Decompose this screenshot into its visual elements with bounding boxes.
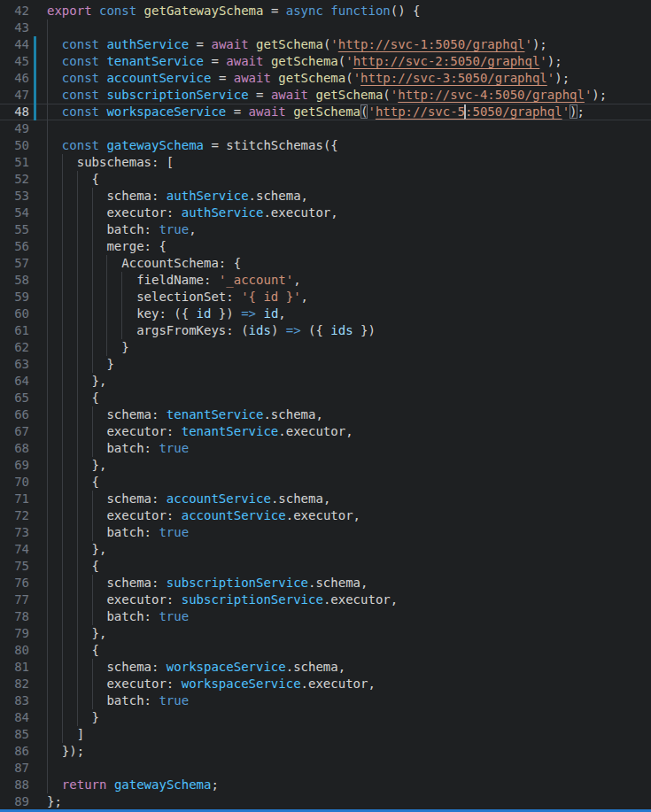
code-line[interactable]: 79 },: [0, 625, 651, 642]
line-number[interactable]: 86: [0, 743, 29, 760]
line-number[interactable]: 69: [0, 457, 29, 474]
code-line[interactable]: 52 {: [0, 171, 651, 188]
code-line[interactable]: 87: [0, 760, 651, 777]
line-number[interactable]: 74: [0, 541, 29, 558]
line-number[interactable]: 71: [0, 491, 29, 507]
line-number[interactable]: 65: [0, 390, 29, 406]
line-number[interactable]: 47: [0, 87, 29, 104]
code-line[interactable]: 70 {: [0, 474, 651, 491]
code-line[interactable]: 61 argsFromKeys: (ids) => ({ ids }): [0, 322, 651, 339]
code-line[interactable]: 77 executor: subscriptionService.executo…: [0, 592, 651, 608]
line-number[interactable]: 43: [0, 19, 29, 36]
line-number[interactable]: 66: [0, 406, 29, 423]
line-number[interactable]: 61: [0, 322, 29, 339]
line-number[interactable]: 54: [0, 205, 29, 221]
code-line[interactable]: 44 const authService = await getSchema('…: [0, 36, 651, 53]
code-line[interactable]: 50 const gatewaySchema = stitchSchemas({: [0, 137, 651, 154]
code-line[interactable]: 57 AccountSchema: {: [0, 255, 651, 272]
line-number[interactable]: 52: [0, 171, 29, 188]
code-line[interactable]: 74 },: [0, 541, 651, 558]
code-line[interactable]: 78 batch: true: [0, 608, 651, 625]
code-line[interactable]: 81 schema: workspaceService.schema,: [0, 659, 651, 676]
code-line[interactable]: 84 }: [0, 709, 651, 726]
code-line[interactable]: 69 },: [0, 457, 651, 474]
line-number[interactable]: 46: [0, 70, 29, 87]
code-line[interactable]: 54 executor: authService.executor,: [0, 205, 651, 221]
line-number[interactable]: 72: [0, 507, 29, 524]
code-line[interactable]: 86 });: [0, 743, 651, 760]
code-line[interactable]: 65 {: [0, 390, 651, 406]
line-number[interactable]: 84: [0, 709, 29, 726]
code-line[interactable]: 58 fieldName: '_account',: [0, 272, 651, 289]
code-line[interactable]: 51 subschemas: [: [0, 154, 651, 171]
code-line[interactable]: 75 {: [0, 558, 651, 575]
line-number[interactable]: 68: [0, 440, 29, 457]
line-number[interactable]: 48: [0, 104, 29, 120]
line-number[interactable]: 79: [0, 625, 29, 642]
line-number[interactable]: 80: [0, 642, 29, 659]
line-number[interactable]: 77: [0, 592, 29, 608]
code-line[interactable]: 88 return gatewaySchema;: [0, 777, 651, 793]
line-number[interactable]: 85: [0, 726, 29, 743]
line-number[interactable]: 87: [0, 760, 29, 777]
line-number[interactable]: 58: [0, 272, 29, 289]
line-number[interactable]: 67: [0, 423, 29, 440]
code-line[interactable]: 73 batch: true: [0, 524, 651, 541]
indent-guide: [77, 238, 78, 255]
code-line[interactable]: 46 const accountService = await getSchem…: [0, 70, 651, 87]
line-number[interactable]: 53: [0, 188, 29, 205]
code-line[interactable]: 82 executor: workspaceService.executor,: [0, 676, 651, 692]
code-line[interactable]: 49: [0, 120, 651, 137]
line-number[interactable]: 75: [0, 558, 29, 575]
code-line[interactable]: 45 const tenantService = await getSchema…: [0, 53, 651, 70]
line-number[interactable]: 64: [0, 373, 29, 390]
line-number[interactable]: 44: [0, 36, 29, 53]
line-number[interactable]: 88: [0, 777, 29, 793]
code-line[interactable]: 63 }: [0, 356, 651, 373]
line-number[interactable]: 83: [0, 692, 29, 709]
line-number[interactable]: 89: [0, 793, 29, 810]
line-number[interactable]: 56: [0, 238, 29, 255]
code-line[interactable]: 71 schema: accountService.schema,: [0, 491, 651, 507]
line-number[interactable]: 42: [0, 3, 29, 19]
line-number[interactable]: 70: [0, 474, 29, 491]
line-number[interactable]: 81: [0, 659, 29, 676]
code-line[interactable]: 68 batch: true: [0, 440, 651, 457]
code-line[interactable]: 64 },: [0, 373, 651, 390]
code-line[interactable]: 83 batch: true: [0, 692, 651, 709]
code-line[interactable]: 55 batch: true,: [0, 221, 651, 238]
line-number[interactable]: 49: [0, 120, 29, 137]
code-line[interactable]: 56 merge: {: [0, 238, 651, 255]
code-line[interactable]: 89};: [0, 793, 651, 810]
code-line[interactable]: 80 {: [0, 642, 651, 659]
line-number[interactable]: 76: [0, 575, 29, 592]
line-number[interactable]: 50: [0, 137, 29, 154]
line-number[interactable]: 45: [0, 53, 29, 70]
line-number[interactable]: 51: [0, 154, 29, 171]
code-line[interactable]: 62 }: [0, 339, 651, 356]
code-line[interactable]: 76 schema: subscriptionService.schema,: [0, 575, 651, 592]
code-text: fieldName: '_account',: [37, 272, 651, 289]
code-line-current[interactable]: 48 const workspaceService = await getSch…: [0, 104, 651, 120]
code-line[interactable]: 85 ]: [0, 726, 651, 743]
code-editor[interactable]: 42export const getGatewaySchema = async …: [0, 0, 651, 812]
code-line[interactable]: 60 key: ({ id }) => id,: [0, 305, 651, 322]
line-number[interactable]: 73: [0, 524, 29, 541]
code-line[interactable]: 59 selectionSet: '{ id }',: [0, 289, 651, 305]
code-line[interactable]: 43: [0, 19, 651, 36]
line-number[interactable]: 62: [0, 339, 29, 356]
line-number[interactable]: 57: [0, 255, 29, 272]
line-number[interactable]: 59: [0, 289, 29, 305]
line-number[interactable]: 78: [0, 608, 29, 625]
line-number[interactable]: 60: [0, 305, 29, 322]
line-number[interactable]: 82: [0, 676, 29, 692]
code-line[interactable]: 66 schema: tenantService.schema,: [0, 406, 651, 423]
code-token: {: [47, 475, 99, 489]
code-line[interactable]: 53 schema: authService.schema,: [0, 188, 651, 205]
line-number[interactable]: 63: [0, 356, 29, 373]
code-line[interactable]: 42export const getGatewaySchema = async …: [0, 3, 651, 19]
line-number[interactable]: 55: [0, 221, 29, 238]
code-line[interactable]: 67 executor: tenantService.executor,: [0, 423, 651, 440]
code-line[interactable]: 47 const subscriptionService = await get…: [0, 87, 651, 104]
code-line[interactable]: 72 executor: accountService.executor,: [0, 507, 651, 524]
